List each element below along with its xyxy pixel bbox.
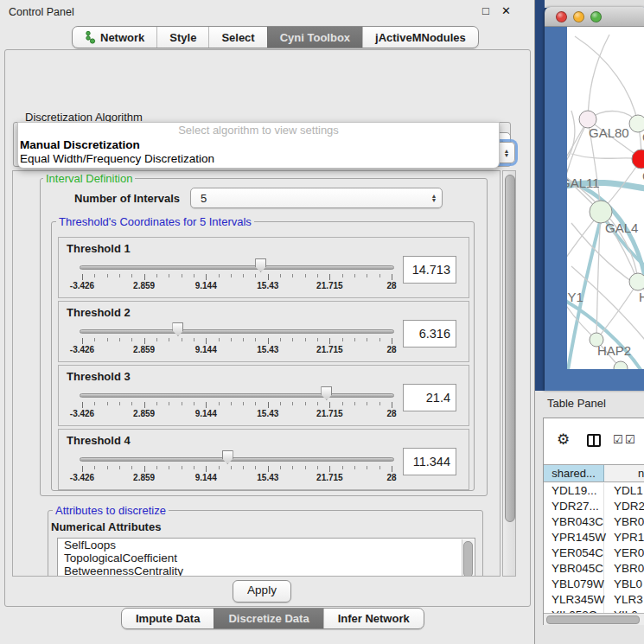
thresholds-group: Threshold 1-3.4262.8599.14415.4321.71528… xyxy=(51,221,475,491)
table-row[interactable]: YER054CYER0 xyxy=(544,545,644,561)
tick-label: 28 xyxy=(386,345,396,354)
right-region: GAL80GACGAL11GAL4GCY1HHAP2 Table Panel ⚙… xyxy=(535,0,644,644)
settings-scrollbar-thumb[interactable] xyxy=(505,175,515,522)
tick-label: 15.43 xyxy=(257,345,278,354)
tab-cyni-toolbox[interactable]: Cyni Toolbox xyxy=(267,27,362,48)
table-row[interactable]: YBR045CYBR0 xyxy=(544,561,644,577)
tab-infer-network[interactable]: Infer Network xyxy=(323,609,424,628)
network-canvas[interactable]: GAL80GACGAL11GAL4GCY1HHAP2 xyxy=(567,27,644,369)
network-edge[interactable] xyxy=(575,36,638,124)
tick-mark xyxy=(392,466,392,472)
slider-thumb[interactable] xyxy=(222,450,233,464)
tick-mark xyxy=(243,466,244,469)
tick-mark xyxy=(206,274,207,280)
network-node[interactable] xyxy=(632,150,644,169)
threshold-label: Threshold 2 xyxy=(67,306,131,319)
tick-label: 2.859 xyxy=(133,473,155,482)
tab-style[interactable]: Style xyxy=(156,27,208,48)
network-node[interactable] xyxy=(629,273,644,290)
slider-thumb[interactable] xyxy=(172,322,183,336)
tab-network[interactable]: Network xyxy=(73,27,156,48)
threshold-value-field[interactable]: 21.4 xyxy=(403,384,456,411)
tab-jactivemnodules[interactable]: jActiveMNodules xyxy=(362,27,478,48)
table-hscrollbar[interactable] xyxy=(544,613,644,625)
table-row[interactable]: YPR145WYPR1 xyxy=(544,530,644,545)
network-edge[interactable] xyxy=(571,154,641,159)
table-row[interactable]: YDR27...YDR2 xyxy=(544,499,644,514)
slider-track xyxy=(80,265,394,270)
table-hscrollbar-thumb[interactable] xyxy=(546,615,640,624)
settings-scrollbar[interactable] xyxy=(502,170,516,577)
tick-label: 21.715 xyxy=(316,409,343,418)
tick-mark xyxy=(255,466,256,469)
attribute-item-selfloops[interactable]: SelfLoops xyxy=(58,539,475,552)
cell-name: YBR0 xyxy=(604,514,644,530)
algorithm-option-equal-width-frequency-discretization[interactable]: Equal Width/Frequency Discretization xyxy=(18,152,499,166)
close-window-icon[interactable]: ✕ xyxy=(501,4,511,17)
network-window-titlebar[interactable] xyxy=(545,7,644,27)
minimize-light[interactable] xyxy=(573,11,584,22)
tick-mark xyxy=(243,402,244,405)
attributes-scrollbar[interactable] xyxy=(462,539,474,577)
num-intervals-combo[interactable]: 5 ▲▼ xyxy=(190,188,443,208)
table-row[interactable]: YBR043CYBR0 xyxy=(544,514,644,530)
attribute-item-topologicalcoefficient[interactable]: TopologicalCoefficient xyxy=(58,552,475,564)
column-header-shared[interactable]: shared... xyxy=(544,465,604,481)
slider-ticks xyxy=(82,402,392,409)
threshold-value-field[interactable]: 14.713 xyxy=(403,256,456,284)
bottom-tab-bar: Impute DataDiscretize DataInfer Network xyxy=(121,608,424,629)
tick-label: 2.859 xyxy=(133,281,155,290)
threshold-value-field[interactable]: 6.316 xyxy=(403,320,456,348)
numerical-attributes-list[interactable]: SelfLoopsTopologicalCoefficientBetweenne… xyxy=(57,538,475,577)
tick-mark xyxy=(342,274,343,277)
tick-mark xyxy=(342,466,343,469)
tick-mark xyxy=(268,466,269,472)
column-header-name[interactable]: na xyxy=(604,465,644,481)
tick-mark xyxy=(119,274,120,277)
algorithm-option-manual-discretization[interactable]: Manual Discretization xyxy=(18,138,499,152)
tab-label: Impute Data xyxy=(136,612,200,625)
control-panel: Control Panel □ ✕ NetworkStyleSelectCyni… xyxy=(0,0,535,644)
tick-label: 15.43 xyxy=(257,281,278,290)
network-edge[interactable] xyxy=(567,121,588,282)
tick-mark xyxy=(268,338,269,344)
close-light[interactable] xyxy=(556,11,567,22)
tick-label: 9.144 xyxy=(195,345,217,354)
network-edge[interactable] xyxy=(596,282,638,340)
tick-mark xyxy=(182,466,182,469)
tick-mark xyxy=(305,338,306,341)
table-row[interactable]: YLR345WYLR3 xyxy=(544,592,644,608)
zoom-light[interactable] xyxy=(590,11,602,22)
tick-mark xyxy=(156,466,157,469)
tick-mark xyxy=(354,466,355,469)
float-window-icon[interactable]: □ xyxy=(482,4,489,17)
slider-thumb[interactable] xyxy=(321,386,332,400)
checkbox-icon[interactable]: ☑ xyxy=(613,433,623,446)
tab-select[interactable]: Select xyxy=(208,27,266,48)
tick-label: 9.144 xyxy=(195,281,217,290)
tab-discretize-data[interactable]: Discretize Data xyxy=(214,609,322,628)
attribute-item-betweennesscentrality[interactable]: BetweennessCentrality xyxy=(58,564,475,577)
tick-mark xyxy=(329,338,330,344)
tick-mark xyxy=(354,402,355,405)
split-columns-icon[interactable] xyxy=(587,434,601,447)
table-row[interactable]: YDL19...YDL1 xyxy=(544,483,644,499)
node-label: GCY1 xyxy=(567,290,583,304)
cell-shared-name: YDR27... xyxy=(544,499,604,514)
table-row[interactable]: YBL079WYBL0 xyxy=(544,577,644,592)
tick-label: -3.426 xyxy=(70,409,94,418)
cell-name: YBL0 xyxy=(604,577,644,592)
attributes-group-title: Attributes to discretize xyxy=(53,504,169,517)
network-edge[interactable] xyxy=(588,35,609,119)
threshold-value-field[interactable]: 11.344 xyxy=(403,448,456,475)
tick-mark xyxy=(107,466,108,469)
slider-thumb[interactable] xyxy=(255,258,266,272)
apply-button[interactable]: Apply xyxy=(233,580,291,603)
checkbox-icon[interactable]: ☑ xyxy=(625,433,635,446)
network-edge[interactable] xyxy=(567,296,641,369)
tab-impute-data[interactable]: Impute Data xyxy=(122,609,214,628)
node-label: GAL11 xyxy=(567,175,600,190)
attributes-scrollbar-thumb[interactable] xyxy=(463,541,473,577)
gear-icon[interactable]: ⚙ xyxy=(557,430,570,449)
tick-label: 21.715 xyxy=(316,345,343,354)
